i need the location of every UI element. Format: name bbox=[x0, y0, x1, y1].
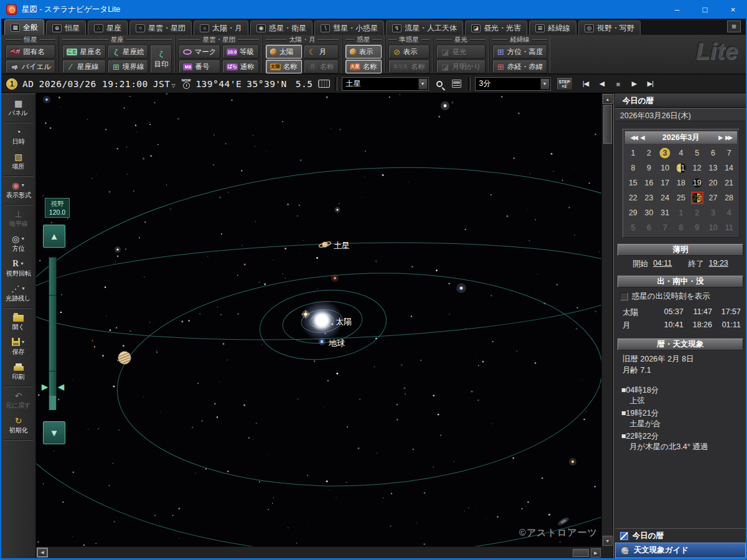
zoom-out-button[interactable]: ▼ bbox=[43, 421, 65, 444]
chevron-down-icon[interactable]: ▼ bbox=[21, 340, 26, 344]
chevron-down-icon[interactable]: ▼ bbox=[21, 286, 26, 291]
longitude-value[interactable]: 139°44'E bbox=[195, 79, 242, 89]
calendar-day-9[interactable]: 9 bbox=[689, 220, 705, 235]
toolbar-button-星座-星座名[interactable]: こと星座名 bbox=[62, 45, 106, 58]
scroll-up-button[interactable]: ▲ bbox=[603, 94, 613, 104]
calendar-day-27[interactable]: 27 bbox=[705, 190, 721, 205]
calendar-day-8[interactable]: 8 bbox=[673, 220, 689, 235]
step-back-button[interactable]: ◀ bbox=[595, 77, 609, 90]
time-step-select[interactable]: 3分 ▼ bbox=[476, 78, 550, 90]
vertical-scrollbar[interactable]: ▲ ▼ bbox=[601, 93, 613, 546]
horizontal-scrollbar[interactable]: ◀ ▶ bbox=[36, 546, 601, 558]
sidebar-item-パネル[interactable]: ▦パネル bbox=[1, 96, 35, 121]
toolbar-button-太陽・月-名称[interactable]: 太陽名称 bbox=[266, 60, 302, 73]
tab-overflow-menu-button[interactable]: ≡ bbox=[727, 21, 741, 32]
calendar-day-4[interactable]: 4 bbox=[721, 205, 737, 220]
toolbar-button-太陽・月-月[interactable]: ☾月 bbox=[304, 45, 339, 58]
calendar-day-31[interactable]: 31 bbox=[657, 205, 673, 220]
play-button[interactable]: ▶ bbox=[627, 77, 641, 90]
toolbar-button-恒星-バイエル[interactable]: αβバイエル bbox=[6, 60, 55, 73]
sidebar-item-表示形式[interactable]: ◉▼表示形式 bbox=[1, 178, 35, 203]
next-month-button[interactable]: ▶ bbox=[716, 134, 723, 141]
horizontal-scroll-thumb[interactable] bbox=[573, 549, 589, 557]
show-planet-riseset-checkbox[interactable] bbox=[620, 292, 628, 301]
next-year-button[interactable]: ▶▶ bbox=[723, 134, 733, 141]
skip-start-button[interactable]: |◀ bbox=[579, 77, 593, 90]
chevron-down-icon[interactable]: ▼ bbox=[418, 78, 428, 90]
calendar-day-2[interactable]: 2 bbox=[641, 146, 657, 161]
scroll-down-button[interactable]: ▼ bbox=[603, 536, 613, 546]
latitude-value[interactable]: 35°39'N bbox=[247, 79, 287, 89]
magnitude-limit-value[interactable]: 5.5 bbox=[296, 79, 313, 89]
calendar-day-30[interactable]: 30 bbox=[641, 205, 657, 220]
toolbar-button-星座-星座線[interactable]: ∕星座線 bbox=[62, 60, 106, 73]
calendar-day-5[interactable]: 5 bbox=[625, 220, 641, 235]
search-button[interactable] bbox=[433, 78, 446, 90]
tab-全般[interactable]: ▦全般 bbox=[4, 19, 44, 35]
calendar-day-8[interactable]: 8 bbox=[625, 161, 641, 175]
tab-昼光・光害[interactable]: ◪昼光・光害 bbox=[465, 21, 527, 35]
sidebar-item-開く[interactable]: 開く bbox=[1, 310, 35, 335]
calendar-day-19[interactable]: 19 bbox=[689, 175, 705, 190]
vertical-scroll-thumb[interactable] bbox=[603, 105, 612, 144]
sidebar-item-場所[interactable]: ▧場所 bbox=[1, 149, 35, 174]
toolbar-button-星雲・星団-マーク[interactable]: マーク bbox=[179, 45, 220, 58]
calendar-day-16[interactable]: 16 bbox=[641, 175, 657, 190]
chevron-down-icon[interactable]: ▼ bbox=[20, 261, 24, 266]
calendar-day-18[interactable]: 18 bbox=[673, 175, 689, 190]
calendar-day-1[interactable]: 1 bbox=[673, 205, 689, 220]
tab-恒星[interactable]: ⊕恒星 bbox=[46, 21, 86, 35]
twilight-start-time[interactable]: 04:11 bbox=[653, 259, 672, 269]
calendar-day-29[interactable]: 29 bbox=[625, 205, 641, 220]
calendar-day-5[interactable]: 5 bbox=[689, 146, 705, 161]
datetime-value[interactable]: 2026/03/26 19:21:00 bbox=[39, 79, 148, 89]
sidebar-item-印刷[interactable]: 印刷 bbox=[1, 360, 35, 385]
toolbar-button-星雲・星団-番号[interactable]: M8番号 bbox=[179, 60, 220, 73]
object-list-button[interactable] bbox=[451, 78, 463, 90]
tab-経緯線[interactable]: ⊞経緯線 bbox=[529, 21, 576, 35]
calendar-day-15[interactable]: 15 bbox=[625, 175, 641, 190]
chevron-down-icon[interactable]: ▼ bbox=[21, 236, 25, 241]
toolbar-button-経緯線-方位・高度[interactable]: ⊞方位・高度 bbox=[492, 45, 548, 58]
calendar-day-23[interactable]: 23 bbox=[641, 190, 657, 205]
tab-星雲・星団[interactable]: ○星雲・星団 bbox=[129, 21, 192, 35]
calendar-day-24[interactable]: 24 bbox=[657, 190, 673, 205]
maximize-button[interactable]: □ bbox=[691, 0, 719, 19]
toolbar-button-惑星-名称[interactable]: 火星名称 bbox=[345, 60, 382, 73]
close-button[interactable]: × bbox=[719, 0, 747, 19]
toolbar-button-星雲・星団-等級[interactable]: 10.0等級 bbox=[222, 45, 258, 58]
calendar-day-3[interactable]: 3 bbox=[705, 205, 721, 220]
calendar-day-4[interactable]: 4 bbox=[673, 146, 689, 161]
toolbar-button-星座-境界線[interactable]: ⊞境界線 bbox=[108, 60, 149, 73]
sidebar-item-光跡残し[interactable]: ⋰▼光跡残し bbox=[1, 281, 35, 306]
toolbar-button-星座-星座絵[interactable]: ζ星座絵 bbox=[108, 45, 149, 58]
panel-selector-今日の暦[interactable]: 今日の暦 bbox=[615, 528, 746, 543]
toolbar-button-準惑星-表示[interactable]: ⊘表示 bbox=[388, 45, 430, 58]
scroll-right-button[interactable]: ▶ bbox=[591, 548, 601, 558]
tab-星座[interactable]: ∴星座 bbox=[88, 21, 128, 35]
tab-視野・写野[interactable]: ◎視野・写野 bbox=[578, 21, 641, 35]
calendar-day-17[interactable]: 17 bbox=[657, 175, 673, 190]
target-object-select[interactable]: 土星 ▼ bbox=[342, 78, 428, 90]
chevron-down-icon[interactable]: ▼ bbox=[21, 183, 25, 187]
stop-button[interactable]: ■ bbox=[611, 77, 625, 90]
calendar-day-12[interactable]: 12 bbox=[689, 161, 705, 175]
toolbar-button-星座-目印[interactable]: ζ目印 bbox=[150, 45, 172, 73]
calendar-day-9[interactable]: 9 bbox=[641, 161, 657, 175]
sidebar-item-方位[interactable]: ◎▼方位 bbox=[1, 231, 35, 256]
sidebar-item-初期化[interactable]: ↻初期化 bbox=[1, 413, 35, 438]
fov-slider-handle[interactable]: ▶ ◀ bbox=[42, 381, 64, 393]
sidebar-item-視野回転[interactable]: R▼視野回転 bbox=[1, 256, 35, 281]
calendar-day-3[interactable]: 3 bbox=[657, 146, 673, 161]
minimize-button[interactable]: – bbox=[663, 0, 691, 19]
keyboard-icon[interactable] bbox=[318, 80, 330, 88]
star-chart[interactable]: 土星太陽地球 視野 120.0 ▲ ▶ ◀ ▼ ©アストロアーツ bbox=[36, 93, 601, 546]
calendar-day-10[interactable]: 10 bbox=[657, 161, 673, 175]
toolbar-button-惑星-表示[interactable]: 表示 bbox=[345, 45, 382, 58]
toolbar-button-太陽・月-太陽[interactable]: 太陽 bbox=[266, 45, 302, 58]
calendar-day-22[interactable]: 22 bbox=[625, 190, 641, 205]
panel-selector-天文現象ガイド[interactable]: 天文現象ガイド bbox=[615, 543, 746, 558]
zoom-in-button[interactable]: ▲ bbox=[43, 225, 65, 248]
calendar-day-7[interactable]: 7 bbox=[657, 220, 673, 235]
calendar-day-14[interactable]: 14 bbox=[721, 161, 737, 175]
